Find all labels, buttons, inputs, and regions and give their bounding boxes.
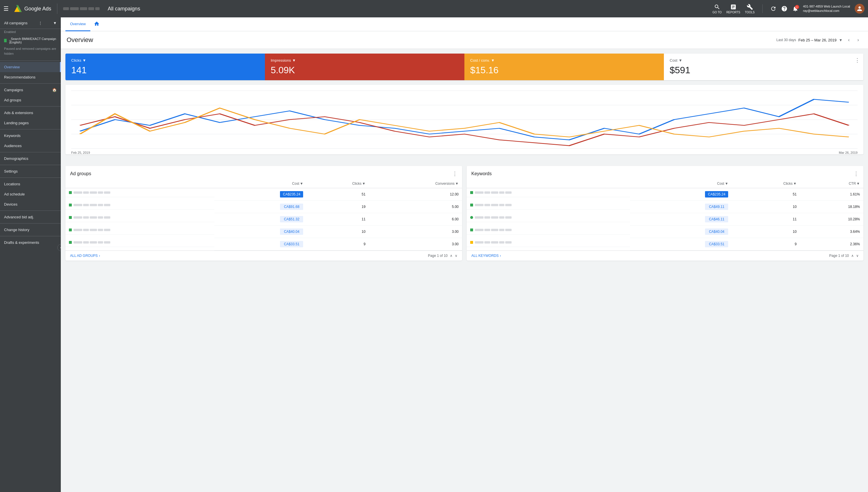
sidebar-item-campaigns[interactable]: Campaigns🏠 (0, 85, 61, 95)
sidebar-item-devices[interactable]: Devices (0, 199, 61, 210)
adgroups-page-down[interactable]: ∨ (455, 254, 457, 258)
tab-overview[interactable]: Overview (66, 17, 90, 31)
sidebar-divider-devices (0, 211, 61, 211)
table-row: CA$40.04103.64% (467, 226, 863, 238)
campaigns-home-icon: 🏠 (52, 88, 57, 92)
keywords-more-btn[interactable]: ⋮ (853, 171, 859, 177)
table-row: CA$91.68195.00 (66, 201, 462, 213)
cost-conv-dropdown-icon[interactable]: ▼ (491, 58, 495, 63)
all-keywords-link[interactable]: ALL KEYWORDS › (471, 254, 501, 258)
adgroups-title: Ad groups (70, 171, 91, 176)
help-icon (781, 5, 788, 12)
sidebar-nav: OverviewRecommendationsCampaigns🏠Ad grou… (0, 62, 61, 248)
reports-label: REPORTS (726, 11, 740, 14)
help-button[interactable] (781, 5, 788, 12)
sidebar-item-audiences[interactable]: Audiences (0, 141, 61, 151)
nav-campaign-info: All campaigns (63, 6, 710, 12)
sidebar-item-change-history[interactable]: Change history (0, 225, 61, 235)
table-row: CA$40.04103.00 (66, 226, 462, 238)
chart-date-end: Mar 26, 2019 (839, 151, 858, 154)
notifications-button[interactable]: 1 (792, 5, 798, 12)
google-ads-logo: Google Ads (13, 4, 51, 13)
all-campaigns-sidebar[interactable]: All campaigns ⋮ ▼ (4, 21, 57, 25)
date-range-selector[interactable]: Last 30 days Feb 25 – Mar 26, 2019 ▼ ‹ › (776, 36, 862, 44)
keywords-title: Keywords (471, 171, 492, 176)
sidebar-campaign-item[interactable]: _Search BMM/EXACT Campaign (English) (0, 36, 61, 45)
sidebar-item-ads-extensions[interactable]: Ads & extensions (0, 108, 61, 118)
keywords-col-clicks[interactable]: Clicks ▼ (732, 179, 800, 188)
keyword-ctr-cell: 2.36% (800, 238, 863, 250)
bottom-panels: Ad groups ⋮ Cost ▼ (66, 166, 863, 261)
sidebar-item-ad-schedule[interactable]: Ad schedule (0, 189, 61, 199)
conversions-sort-icon: ▼ (455, 181, 459, 186)
adgroups-more-btn[interactable]: ⋮ (452, 171, 457, 177)
metric-clicks-label[interactable]: Clicks ▼ (71, 58, 259, 63)
adgroups-table: Cost ▼ Clicks ▼ Conversi (66, 179, 462, 250)
app-name: Google Ads (24, 6, 51, 12)
adgroup-cost-cell: CA$51.32 (214, 213, 307, 226)
keyword-ctr-cell: 10.28% (800, 213, 863, 226)
adgroups-page-info: Page 1 of 10 ∧ ∨ (428, 254, 457, 258)
sidebar-item-overview[interactable]: Overview (0, 62, 61, 72)
keyword-clicks-cell: 9 (732, 238, 800, 250)
metric-cost-conv-value: $15.16 (470, 65, 658, 76)
cost-dropdown-icon[interactable]: ▼ (679, 58, 683, 63)
date-dropdown-icon[interactable]: ▼ (839, 38, 843, 42)
top-navigation: ☰ Google Ads All campaigns GO TO REPORTS (0, 0, 868, 17)
all-adgroups-link[interactable]: ALL AD GROUPS › (70, 254, 100, 258)
sidebar-divider-recommendations (0, 83, 61, 84)
keywords-col-ctr[interactable]: CTR ▼ (800, 179, 863, 188)
sidebar-dropdown-btn[interactable]: ▼ (53, 21, 57, 25)
keywords-table: Cost ▼ Clicks ▼ CTR (467, 179, 863, 250)
cost-sort-icon: ▼ (300, 181, 303, 186)
metric-cost-conv-label[interactable]: Cost / conv. ▼ (470, 58, 658, 63)
goto-button[interactable]: GO TO (713, 4, 722, 14)
table-row-name (467, 238, 630, 247)
keywords-page-up[interactable]: ∧ (851, 254, 854, 258)
sidebar-item-advanced-bid[interactable]: Advanced bid adj. (0, 212, 61, 222)
adgroup-clicks-cell: 9 (307, 238, 369, 250)
sidebar-item-keywords[interactable]: Keywords (0, 130, 61, 141)
adgroup-cost-cell: CA$91.68 (214, 201, 307, 213)
metric-impressions-label[interactable]: Impressions ▼ (271, 58, 459, 63)
refresh-icon (770, 5, 776, 12)
table-row-name (66, 226, 214, 235)
adgroups-col-conversions[interactable]: Conversions ▼ (369, 179, 462, 188)
table-row: CA$33.5193.00 (66, 238, 462, 250)
date-value: Feb 25 – Mar 26, 2019 (798, 38, 837, 42)
sidebar-item-drafts[interactable]: Drafts & experiments (0, 238, 61, 248)
home-icon-nav[interactable] (90, 21, 103, 27)
keywords-panel: Keywords ⋮ Cost ▼ (467, 166, 863, 261)
user-phone: 401-987-4859 Web Launch Local (803, 4, 850, 9)
sidebar-divider-change-history (0, 236, 61, 236)
reports-button[interactable]: REPORTS (726, 4, 740, 14)
date-next-btn[interactable]: › (854, 36, 862, 44)
adgroups-col-cost[interactable]: Cost ▼ (214, 179, 307, 188)
sidebar-item-demographics[interactable]: Demographics (0, 153, 61, 164)
clicks-dropdown-icon[interactable]: ▼ (82, 58, 86, 63)
metric-more-btn[interactable]: ⋮ (855, 57, 860, 64)
adgroups-col-clicks[interactable]: Clicks ▼ (307, 179, 369, 188)
sidebar-three-dot[interactable]: ⋮ (39, 21, 42, 25)
sidebar-item-ad-groups[interactable]: Ad groups (0, 95, 61, 105)
keywords-page-down[interactable]: ∨ (856, 254, 859, 258)
keyword-clicks-cell: 10 (732, 226, 800, 238)
impressions-dropdown-icon[interactable]: ▼ (292, 58, 296, 63)
sidebar-item-recommendations[interactable]: Recommendations (0, 72, 61, 82)
sidebar-item-settings[interactable]: Settings (0, 166, 61, 176)
tools-button[interactable]: TOOLS (745, 4, 755, 14)
refresh-button[interactable] (770, 5, 776, 12)
date-prev-btn[interactable]: ‹ (845, 36, 853, 44)
hamburger-icon[interactable]: ☰ (3, 5, 9, 12)
sidebar-item-landing-pages[interactable]: Landing pages (0, 118, 61, 128)
user-avatar[interactable] (855, 4, 865, 14)
all-adgroups-arrow: › (99, 254, 100, 258)
keyword-clicks-cell: 11 (732, 213, 800, 226)
sidebar-item-locations[interactable]: Locations (0, 179, 61, 189)
keywords-col-cost[interactable]: Cost ▼ (630, 179, 732, 188)
metric-cost-label[interactable]: Cost ▼ (670, 58, 858, 63)
sidebar-collapse-btn[interactable]: ‹ (57, 244, 61, 251)
adgroups-page-up[interactable]: ∧ (450, 254, 453, 258)
row-status-icon (470, 191, 473, 194)
table-row-name (467, 188, 630, 197)
